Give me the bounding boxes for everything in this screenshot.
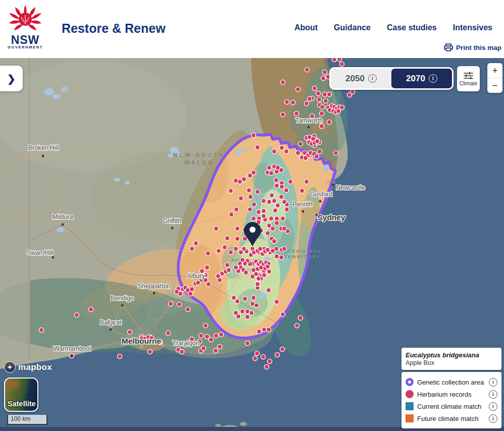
info-icon[interactable]: i xyxy=(489,414,497,423)
herbarium-record-dot[interactable] xyxy=(254,303,259,307)
herbarium-record-dot[interactable] xyxy=(265,231,270,235)
herbarium-record-dot[interactable] xyxy=(284,207,289,211)
herbarium-record-dot[interactable] xyxy=(203,323,208,328)
herbarium-record-dot[interactable] xyxy=(261,213,266,218)
herbarium-record-dot[interactable] xyxy=(234,207,238,211)
nav-guidance[interactable]: Guidance xyxy=(334,23,371,32)
herbarium-record-dot[interactable] xyxy=(235,226,239,231)
herbarium-record-dot[interactable] xyxy=(304,101,309,105)
herbarium-record-dot[interactable] xyxy=(312,86,317,90)
herbarium-record-dot[interactable] xyxy=(256,276,261,281)
herbarium-record-dot[interactable] xyxy=(314,154,319,158)
herbarium-record-dot[interactable] xyxy=(189,246,194,251)
herbarium-record-dot[interactable] xyxy=(246,188,251,192)
herbarium-record-dot[interactable] xyxy=(284,99,289,104)
herbarium-record-dot[interactable] xyxy=(315,139,319,143)
herbarium-record-dot[interactable] xyxy=(257,329,261,334)
herbarium-record-dot[interactable] xyxy=(233,265,238,270)
herbarium-record-dot[interactable] xyxy=(267,199,271,204)
herbarium-record-dot[interactable] xyxy=(279,194,283,199)
herbarium-record-dot[interactable] xyxy=(214,226,218,231)
herbarium-record-dot[interactable] xyxy=(279,145,284,150)
herbarium-record-dot[interactable] xyxy=(319,111,324,116)
herbarium-record-dot[interactable] xyxy=(216,248,221,253)
herbarium-record-dot[interactable] xyxy=(249,310,254,315)
nav-intensives[interactable]: Intensives xyxy=(453,23,492,32)
herbarium-record-dot[interactable] xyxy=(269,171,273,175)
print-map-link[interactable]: Print this map xyxy=(444,43,501,51)
herbarium-record-dot[interactable] xyxy=(205,334,209,339)
herbarium-record-dot[interactable] xyxy=(209,337,213,342)
herbarium-record-dot[interactable] xyxy=(280,312,285,316)
herbarium-record-dot[interactable] xyxy=(236,314,240,318)
herbarium-record-dot[interactable] xyxy=(333,150,338,155)
herbarium-record-dot[interactable] xyxy=(270,248,275,253)
herbarium-record-dot[interactable] xyxy=(206,251,210,255)
climate-layers-button[interactable]: Climate xyxy=(457,66,480,91)
herbarium-record-dot[interactable] xyxy=(251,133,256,137)
herbarium-record-dot[interactable] xyxy=(261,198,266,203)
herbarium-record-dot[interactable] xyxy=(231,295,236,300)
herbarium-record-dot[interactable] xyxy=(265,247,270,252)
herbarium-record-dot[interactable] xyxy=(280,216,285,221)
herbarium-record-dot[interactable] xyxy=(247,173,252,178)
herbarium-record-dot[interactable] xyxy=(243,270,248,275)
herbarium-record-dot[interactable] xyxy=(294,111,298,116)
herbarium-record-dot[interactable] xyxy=(74,312,79,317)
herbarium-record-dot[interactable] xyxy=(178,291,182,296)
herbarium-record-dot[interactable] xyxy=(225,262,229,267)
herbarium-record-dot[interactable] xyxy=(217,278,222,282)
herbarium-record-dot[interactable] xyxy=(222,245,227,249)
herbarium-record-dot[interactable] xyxy=(282,199,286,204)
herbarium-record-dot[interactable] xyxy=(284,188,288,192)
herbarium-record-dot[interactable] xyxy=(240,309,244,313)
herbarium-record-dot[interactable] xyxy=(261,354,265,359)
zoom-in-button[interactable]: + xyxy=(487,63,502,78)
herbarium-record-dot[interactable] xyxy=(317,149,322,153)
herbarium-record-dot[interactable] xyxy=(219,332,223,337)
herbarium-record-dot[interactable] xyxy=(327,92,331,96)
herbarium-record-dot[interactable] xyxy=(198,333,203,338)
nav-about[interactable]: About xyxy=(294,23,318,32)
herbarium-record-dot[interactable] xyxy=(253,356,257,360)
herbarium-record-dot[interactable] xyxy=(266,327,271,332)
herbarium-record-dot[interactable] xyxy=(322,70,327,74)
herbarium-record-dot[interactable] xyxy=(275,165,280,170)
herbarium-record-dot[interactable] xyxy=(117,354,122,358)
herbarium-record-dot[interactable] xyxy=(299,188,304,193)
herbarium-record-dot[interactable] xyxy=(280,112,285,117)
herbarium-record-dot[interactable] xyxy=(350,89,355,94)
herbarium-record-dot[interactable] xyxy=(275,352,279,357)
herbarium-record-dot[interactable] xyxy=(248,194,253,199)
herbarium-record-dot[interactable] xyxy=(267,359,272,363)
herbarium-record-dot[interactable] xyxy=(251,202,256,206)
herbarium-record-dot[interactable] xyxy=(275,203,280,207)
herbarium-record-dot[interactable] xyxy=(298,141,303,146)
herbarium-record-dot[interactable] xyxy=(307,96,312,101)
herbarium-record-dot[interactable] xyxy=(266,288,271,292)
herbarium-record-dot[interactable] xyxy=(317,97,321,101)
herbarium-record-dot[interactable] xyxy=(88,307,93,311)
herbarium-record-dot[interactable] xyxy=(168,301,173,306)
herbarium-record-dot[interactable] xyxy=(274,221,279,225)
herbarium-record-dot[interactable] xyxy=(147,349,152,354)
herbarium-record-dot[interactable] xyxy=(189,287,194,291)
herbarium-record-dot[interactable] xyxy=(288,179,292,184)
herbarium-record-dot[interactable] xyxy=(39,328,43,332)
scenario-2070-info-icon[interactable]: i xyxy=(429,74,437,83)
herbarium-record-dot[interactable] xyxy=(337,58,341,62)
info-icon[interactable]: i xyxy=(489,378,497,387)
herbarium-record-dot[interactable] xyxy=(256,209,261,214)
scenario-2050-info-icon[interactable]: i xyxy=(368,74,377,83)
herbarium-record-dot[interactable] xyxy=(284,149,288,153)
herbarium-record-dot[interactable] xyxy=(332,58,336,62)
herbarium-record-dot[interactable] xyxy=(228,188,233,193)
mapbox-attribution[interactable]: ✦ mapbox xyxy=(4,361,52,373)
herbarium-record-dot[interactable] xyxy=(213,348,218,353)
herbarium-record-dot[interactable] xyxy=(280,80,285,84)
herbarium-record-dot[interactable] xyxy=(267,165,271,170)
herbarium-record-dot[interactable] xyxy=(206,282,211,286)
herbarium-record-dot[interactable] xyxy=(233,246,238,251)
nsw-government-logo[interactable]: NSW GOVERNMENT xyxy=(7,4,43,49)
herbarium-record-dot[interactable] xyxy=(166,331,170,335)
